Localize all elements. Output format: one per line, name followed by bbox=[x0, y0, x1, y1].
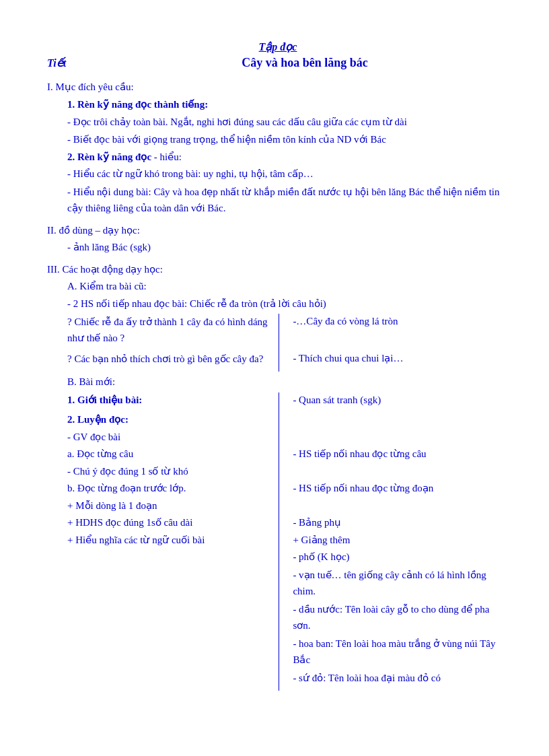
luyen-row: 2. Luyện đọc: - GV đọc bài a. Đọc từng c… bbox=[67, 412, 509, 691]
b-right-text: - HS tiếp nối nhau đọc từng đoạn bbox=[293, 481, 509, 496]
section-II: II. đồ dùng – dạy học: - ảnh lăng Bác (s… bbox=[47, 223, 509, 255]
section-I-title: I. Mục đích yêu cầu: bbox=[47, 79, 509, 95]
moi-spacer bbox=[293, 498, 509, 514]
hieu-nghia: + Hiểu nghĩa các từ ngữ cuối bài bbox=[67, 532, 273, 548]
chu-spacer bbox=[293, 464, 509, 479]
item2-line2: - Hiểu nội dung bài: Cây và hoa đẹp nhất… bbox=[67, 184, 509, 216]
section-III: III. Các hoạt động dạy học: A. Kiểm tra … bbox=[47, 262, 509, 691]
section-III-title: III. Các hoạt động dạy học: bbox=[47, 262, 509, 277]
partB-content: 1. Giới thiệu bài: - Quan sát tranh (sgk… bbox=[67, 392, 509, 691]
tiet-label: Tiết bbox=[47, 57, 101, 69]
q1-left-text: ? Chiếc rễ đa ấy trở thành 1 cây đa có h… bbox=[67, 314, 273, 346]
tap-doc-title: Tập đọc bbox=[47, 40, 509, 53]
luyen-spacer bbox=[293, 412, 509, 427]
part-A: A. Kiểm tra bài cũ: - 2 HS nối tiếp nhau… bbox=[67, 279, 509, 372]
qa-row2: ? Các bạn nhỏ thích chơi trò gì bên gốc … bbox=[67, 351, 509, 372]
item2-line1: - Hiểu các từ ngữ khó trong bài: uy nghi… bbox=[67, 166, 509, 182]
luyen-doc-title: 2. Luyện đọc: bbox=[67, 412, 273, 427]
q1-right-text: -…Cây đa có vòng lá tròn bbox=[293, 314, 509, 329]
chu-y-line: - Chú ý đọc đúng 1 số từ khó bbox=[67, 464, 273, 479]
hieu-right-text: + Giảng thêm bbox=[293, 532, 509, 548]
lesson-title: Cây và hoa bên lăng bác bbox=[101, 56, 509, 70]
dau-nuoc: - dầu nước: Tên loài cây gỗ to cho dùng … bbox=[293, 601, 509, 633]
part-B: B. Bài mới: 1. Giới thiệu bài: - Quan sá… bbox=[67, 374, 509, 691]
b-title: b. Đọc từng đoạn trước lớp. bbox=[67, 481, 273, 496]
qa2-right: - Thích chui qua chui lại… bbox=[279, 351, 509, 372]
partA-qa: ? Chiếc rễ đa ấy trở thành 1 cây đa có h… bbox=[67, 314, 509, 372]
gv-line: - GV đọc bài bbox=[67, 429, 273, 445]
qa2-left: ? Các bạn nhỏ thích chơi trò gì bên gốc … bbox=[67, 351, 279, 372]
intro-right: - Quan sát tranh (sgk) bbox=[279, 392, 509, 413]
qa1-left: ? Chiếc rễ đa ấy trở thành 1 cây đa có h… bbox=[67, 314, 279, 351]
luyen-spacer2 bbox=[293, 429, 509, 445]
intro-title: 1. Giới thiệu bài: bbox=[67, 392, 273, 408]
item1-title: 1. Rèn kỹ năng đọc thành tiếng: bbox=[67, 97, 509, 112]
partA-line1: - 2 HS nối tiếp nhau đọc bài: Chiếc rễ đ… bbox=[67, 296, 509, 312]
hdhs-line: + HDHS đọc đúng 1số câu dài bbox=[67, 515, 273, 530]
item1-line2: - Biết đọc bài với giọng trang trọng, th… bbox=[67, 132, 509, 147]
a-title: a. Đọc từng câu bbox=[67, 446, 273, 462]
section-I-content: 1. Rèn kỹ năng đọc thành tiếng: - Đọc tr… bbox=[67, 97, 509, 216]
q2-right-text: - Thích chui qua chui lại… bbox=[293, 351, 509, 366]
intro-row: 1. Giới thiệu bài: - Quan sát tranh (sgk… bbox=[67, 392, 509, 413]
intro-right-text: - Quan sát tranh (sgk) bbox=[293, 392, 509, 408]
van-tue: - vạn tuế… tên giống cây cảnh có lá hình… bbox=[293, 567, 509, 599]
section-II-line1: - ảnh lăng Bác (sgk) bbox=[67, 240, 509, 255]
intro-left: 1. Giới thiệu bài: bbox=[67, 392, 279, 413]
partA-title: A. Kiểm tra bài cũ: bbox=[67, 279, 509, 294]
item2-title: 2. Rèn kỹ năng đọc - hiểu: bbox=[67, 149, 509, 165]
q2-left-text: ? Các bạn nhỏ thích chơi trò gì bên gốc … bbox=[67, 351, 273, 367]
section-II-content: - ảnh lăng Bác (sgk) bbox=[67, 240, 509, 255]
luyen-right: - HS tiếp nối nhau đọc từng câu - HS tiế… bbox=[279, 412, 509, 691]
su-do: - sứ đỏ: Tên loài hoa đại màu đỏ có bbox=[293, 670, 509, 686]
hoa-ban: - hoa ban: Tên loài hoa màu trắng ở vùng… bbox=[293, 635, 509, 668]
item2-title-bold: 2. Rèn kỹ năng đọc bbox=[67, 151, 151, 162]
moi-dong: + Mỗi dòng là 1 đoạn bbox=[67, 498, 273, 514]
pho-line: - phố (K học) bbox=[293, 549, 509, 565]
item1-line1: - Đọc trôi chảy toàn bài. Ngắt, nghi hơi… bbox=[67, 114, 509, 130]
a-right-text: - HS tiếp nối nhau đọc từng câu bbox=[293, 446, 509, 462]
qa-row1: ? Chiếc rễ đa ấy trở thành 1 cây đa có h… bbox=[67, 314, 509, 351]
header-row: Tiết Cây và hoa bên lăng bác bbox=[47, 56, 509, 70]
section-II-title: II. đồ dùng – dạy học: bbox=[47, 223, 509, 238]
section-I: I. Mục đích yêu cầu: 1. Rèn kỹ năng đọc … bbox=[47, 79, 509, 216]
partB-title: B. Bài mới: bbox=[67, 374, 509, 390]
hdhs-right-text: - Bảng phụ bbox=[293, 515, 509, 530]
qa1-right: -…Cây đa có vòng lá tròn bbox=[279, 314, 509, 351]
luyen-left: 2. Luyện đọc: - GV đọc bài a. Đọc từng c… bbox=[67, 412, 279, 691]
item2-title-normal: - hiểu: bbox=[151, 151, 182, 162]
